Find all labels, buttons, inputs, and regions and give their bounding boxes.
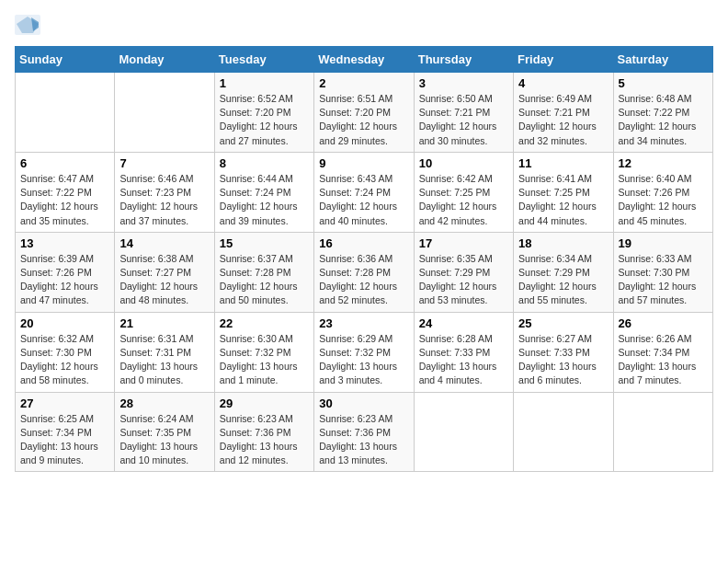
calendar-cell: 6Sunrise: 6:47 AM Sunset: 7:22 PM Daylig… bbox=[16, 152, 115, 232]
weekday-header-sunday: Sunday bbox=[16, 47, 115, 73]
day-number: 22 bbox=[220, 316, 309, 330]
day-number: 13 bbox=[20, 236, 109, 250]
calendar-cell: 27Sunrise: 6:25 AM Sunset: 7:34 PM Dayli… bbox=[16, 392, 115, 472]
calendar-cell: 28Sunrise: 6:24 AM Sunset: 7:35 PM Dayli… bbox=[115, 392, 214, 472]
calendar-cell: 20Sunrise: 6:32 AM Sunset: 7:30 PM Dayli… bbox=[16, 312, 115, 392]
weekday-header-monday: Monday bbox=[115, 47, 214, 73]
day-info: Sunrise: 6:46 AM Sunset: 7:23 PM Dayligh… bbox=[119, 172, 209, 228]
day-info: Sunrise: 6:48 AM Sunset: 7:22 PM Dayligh… bbox=[619, 92, 708, 148]
calendar-cell: 24Sunrise: 6:28 AM Sunset: 7:33 PM Dayli… bbox=[414, 312, 513, 392]
day-info: Sunrise: 6:43 AM Sunset: 7:24 PM Dayligh… bbox=[319, 172, 408, 228]
day-number: 3 bbox=[419, 76, 508, 90]
calendar-cell: 7Sunrise: 6:46 AM Sunset: 7:23 PM Daylig… bbox=[115, 152, 214, 232]
calendar-cell: 29Sunrise: 6:23 AM Sunset: 7:36 PM Dayli… bbox=[214, 392, 313, 472]
calendar-cell: 4Sunrise: 6:49 AM Sunset: 7:21 PM Daylig… bbox=[514, 73, 613, 153]
calendar-table: SundayMondayTuesdayWednesdayThursdayFrid… bbox=[15, 46, 713, 472]
day-number: 29 bbox=[220, 396, 309, 410]
weekday-header-wednesday: Wednesday bbox=[314, 47, 414, 73]
calendar-cell: 25Sunrise: 6:27 AM Sunset: 7:33 PM Dayli… bbox=[514, 312, 613, 392]
day-number: 4 bbox=[518, 76, 608, 90]
day-info: Sunrise: 6:28 AM Sunset: 7:33 PM Dayligh… bbox=[419, 332, 508, 388]
calendar-cell: 23Sunrise: 6:29 AM Sunset: 7:32 PM Dayli… bbox=[314, 312, 414, 392]
day-info: Sunrise: 6:23 AM Sunset: 7:36 PM Dayligh… bbox=[220, 412, 309, 468]
day-info: Sunrise: 6:42 AM Sunset: 7:25 PM Dayligh… bbox=[419, 172, 508, 228]
calendar-cell bbox=[514, 392, 613, 472]
day-number: 8 bbox=[220, 156, 309, 170]
calendar-cell: 1Sunrise: 6:52 AM Sunset: 7:20 PM Daylig… bbox=[214, 73, 313, 153]
day-info: Sunrise: 6:38 AM Sunset: 7:27 PM Dayligh… bbox=[119, 252, 209, 308]
day-info: Sunrise: 6:29 AM Sunset: 7:32 PM Dayligh… bbox=[319, 332, 408, 388]
weekday-header-saturday: Saturday bbox=[613, 47, 712, 73]
day-number: 27 bbox=[20, 396, 109, 410]
day-number: 23 bbox=[319, 316, 408, 330]
calendar-cell: 15Sunrise: 6:37 AM Sunset: 7:28 PM Dayli… bbox=[214, 232, 313, 312]
calendar-cell: 17Sunrise: 6:35 AM Sunset: 7:29 PM Dayli… bbox=[414, 232, 513, 312]
calendar-week-row: 6Sunrise: 6:47 AM Sunset: 7:22 PM Daylig… bbox=[16, 152, 713, 232]
day-number: 11 bbox=[518, 156, 608, 170]
day-info: Sunrise: 6:41 AM Sunset: 7:25 PM Dayligh… bbox=[518, 172, 608, 228]
calendar-cell: 8Sunrise: 6:44 AM Sunset: 7:24 PM Daylig… bbox=[214, 152, 313, 232]
day-number: 18 bbox=[518, 236, 608, 250]
day-number: 30 bbox=[319, 396, 408, 410]
day-info: Sunrise: 6:35 AM Sunset: 7:29 PM Dayligh… bbox=[419, 252, 508, 308]
calendar-cell: 3Sunrise: 6:50 AM Sunset: 7:21 PM Daylig… bbox=[414, 73, 513, 153]
logo bbox=[15, 15, 44, 35]
calendar-week-row: 27Sunrise: 6:25 AM Sunset: 7:34 PM Dayli… bbox=[16, 392, 713, 472]
day-info: Sunrise: 6:31 AM Sunset: 7:31 PM Dayligh… bbox=[119, 332, 209, 388]
day-number: 28 bbox=[119, 396, 209, 410]
day-number: 17 bbox=[419, 236, 508, 250]
calendar-cell: 2Sunrise: 6:51 AM Sunset: 7:20 PM Daylig… bbox=[314, 73, 414, 153]
calendar-cell: 12Sunrise: 6:40 AM Sunset: 7:26 PM Dayli… bbox=[613, 152, 712, 232]
day-info: Sunrise: 6:51 AM Sunset: 7:20 PM Dayligh… bbox=[319, 92, 408, 148]
day-info: Sunrise: 6:27 AM Sunset: 7:33 PM Dayligh… bbox=[518, 332, 608, 388]
day-number: 25 bbox=[518, 316, 608, 330]
day-number: 6 bbox=[20, 156, 109, 170]
calendar-week-row: 20Sunrise: 6:32 AM Sunset: 7:30 PM Dayli… bbox=[16, 312, 713, 392]
calendar-cell: 13Sunrise: 6:39 AM Sunset: 7:26 PM Dayli… bbox=[16, 232, 115, 312]
weekday-header-tuesday: Tuesday bbox=[214, 47, 313, 73]
calendar-week-row: 1Sunrise: 6:52 AM Sunset: 7:20 PM Daylig… bbox=[16, 73, 713, 153]
day-info: Sunrise: 6:52 AM Sunset: 7:20 PM Dayligh… bbox=[220, 92, 309, 148]
day-number: 19 bbox=[619, 236, 708, 250]
day-number: 24 bbox=[419, 316, 508, 330]
calendar-cell: 22Sunrise: 6:30 AM Sunset: 7:32 PM Dayli… bbox=[214, 312, 313, 392]
day-info: Sunrise: 6:49 AM Sunset: 7:21 PM Dayligh… bbox=[518, 92, 608, 148]
calendar-cell bbox=[16, 73, 115, 153]
calendar-cell: 5Sunrise: 6:48 AM Sunset: 7:22 PM Daylig… bbox=[613, 73, 712, 153]
day-info: Sunrise: 6:37 AM Sunset: 7:28 PM Dayligh… bbox=[220, 252, 309, 308]
day-info: Sunrise: 6:47 AM Sunset: 7:22 PM Dayligh… bbox=[20, 172, 109, 228]
calendar-cell: 14Sunrise: 6:38 AM Sunset: 7:27 PM Dayli… bbox=[115, 232, 214, 312]
day-number: 7 bbox=[119, 156, 209, 170]
page-header bbox=[15, 15, 713, 35]
calendar-cell: 11Sunrise: 6:41 AM Sunset: 7:25 PM Dayli… bbox=[514, 152, 613, 232]
day-number: 20 bbox=[20, 316, 109, 330]
day-number: 1 bbox=[220, 76, 309, 90]
day-info: Sunrise: 6:32 AM Sunset: 7:30 PM Dayligh… bbox=[20, 332, 109, 388]
day-info: Sunrise: 6:36 AM Sunset: 7:28 PM Dayligh… bbox=[319, 252, 408, 308]
day-number: 14 bbox=[119, 236, 209, 250]
day-number: 9 bbox=[319, 156, 408, 170]
day-info: Sunrise: 6:44 AM Sunset: 7:24 PM Dayligh… bbox=[220, 172, 309, 228]
day-info: Sunrise: 6:24 AM Sunset: 7:35 PM Dayligh… bbox=[119, 412, 209, 468]
weekday-header-thursday: Thursday bbox=[414, 47, 513, 73]
day-info: Sunrise: 6:34 AM Sunset: 7:29 PM Dayligh… bbox=[518, 252, 608, 308]
calendar-cell: 10Sunrise: 6:42 AM Sunset: 7:25 PM Dayli… bbox=[414, 152, 513, 232]
day-number: 21 bbox=[119, 316, 209, 330]
day-info: Sunrise: 6:33 AM Sunset: 7:30 PM Dayligh… bbox=[619, 252, 708, 308]
day-info: Sunrise: 6:30 AM Sunset: 7:32 PM Dayligh… bbox=[220, 332, 309, 388]
day-info: Sunrise: 6:39 AM Sunset: 7:26 PM Dayligh… bbox=[20, 252, 109, 308]
calendar-cell: 9Sunrise: 6:43 AM Sunset: 7:24 PM Daylig… bbox=[314, 152, 414, 232]
calendar-cell: 30Sunrise: 6:23 AM Sunset: 7:36 PM Dayli… bbox=[314, 392, 414, 472]
day-info: Sunrise: 6:40 AM Sunset: 7:26 PM Dayligh… bbox=[619, 172, 708, 228]
day-info: Sunrise: 6:50 AM Sunset: 7:21 PM Dayligh… bbox=[419, 92, 508, 148]
day-info: Sunrise: 6:23 AM Sunset: 7:36 PM Dayligh… bbox=[319, 412, 408, 468]
day-number: 26 bbox=[619, 316, 708, 330]
calendar-cell bbox=[414, 392, 513, 472]
calendar-cell bbox=[613, 392, 712, 472]
day-info: Sunrise: 6:25 AM Sunset: 7:34 PM Dayligh… bbox=[20, 412, 109, 468]
day-number: 5 bbox=[619, 76, 708, 90]
calendar-week-row: 13Sunrise: 6:39 AM Sunset: 7:26 PM Dayli… bbox=[16, 232, 713, 312]
calendar-cell: 26Sunrise: 6:26 AM Sunset: 7:34 PM Dayli… bbox=[613, 312, 712, 392]
calendar-cell bbox=[115, 73, 214, 153]
day-number: 16 bbox=[319, 236, 408, 250]
